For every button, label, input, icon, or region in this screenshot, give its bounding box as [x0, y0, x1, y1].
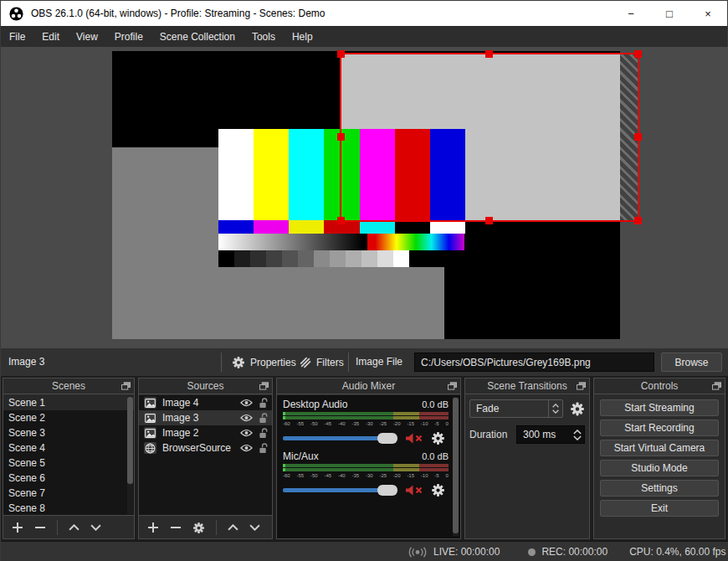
unlock-icon[interactable] — [259, 428, 268, 439]
audio-mixer-header: Audio Mixer — [277, 378, 460, 394]
selection-handle[interactable] — [337, 133, 345, 141]
start-streaming-button[interactable]: Start Streaming — [600, 399, 719, 416]
transition-select[interactable]: Fade — [469, 399, 563, 418]
duration-spinner[interactable] — [571, 430, 584, 440]
meter-tick-label: -50 — [310, 420, 318, 427]
channel-name: Desktop Audio — [283, 399, 347, 410]
meter-scale: -60-55-50-45-40-35-30-25-20-15-10-50 — [283, 472, 449, 479]
source-properties-button[interactable] — [192, 522, 205, 534]
scene-list-item[interactable]: Scene 5 — [3, 455, 134, 471]
filters-button[interactable]: Filters — [299, 352, 344, 373]
duration-spinbox[interactable]: 300 ms — [516, 425, 585, 444]
unlock-icon[interactable] — [259, 413, 268, 424]
scenes-panel-header: Scenes — [3, 378, 134, 394]
sources-panel: Sources Image 4 Image 3 — [138, 378, 273, 539]
scene-list-item[interactable]: Scene 1 — [3, 395, 134, 410]
menu-profile[interactable]: Profile — [106, 26, 151, 47]
source-list-item[interactable]: BrowserSource — [139, 440, 272, 455]
eye-icon[interactable] — [240, 429, 253, 437]
source-move-down-button[interactable] — [249, 524, 260, 531]
menu-scene-collection[interactable]: Scene Collection — [151, 26, 244, 47]
meter-tick-label: -30 — [366, 472, 373, 479]
menu-edit[interactable]: Edit — [33, 26, 68, 47]
scene-list-item[interactable]: Scene 2 — [3, 410, 134, 425]
studio-mode-button[interactable]: Studio Mode — [600, 460, 719, 476]
mute-button-speaker-muted-icon[interactable] — [405, 432, 423, 445]
start-recording-button[interactable]: Start Recording — [600, 419, 719, 436]
mixer-scrollbar[interactable] — [453, 397, 459, 536]
source-list-item[interactable]: Image 2 — [139, 425, 272, 440]
smpte-gradient-row — [218, 234, 465, 250]
scene-list-item[interactable]: Scene 3 — [3, 425, 134, 440]
scene-list-item[interactable]: Scene 8 — [3, 501, 134, 516]
remove-source-button[interactable] — [170, 522, 182, 533]
volume-slider-handle[interactable] — [377, 433, 397, 444]
scene-move-up-button[interactable] — [69, 524, 79, 531]
menu-help[interactable]: Help — [284, 26, 321, 47]
selection-handle[interactable] — [634, 217, 642, 224]
eye-icon[interactable] — [240, 414, 253, 422]
menu-file[interactable]: File — [1, 26, 33, 47]
transition-selected-value: Fade — [470, 403, 548, 414]
volume-slider[interactable] — [283, 436, 397, 440]
cpu-fps-status: CPU: 0.4%, 60.00 fps — [629, 546, 725, 558]
scrollbar-thumb[interactable] — [453, 398, 459, 533]
image-icon — [145, 399, 156, 408]
chevron-down-icon — [249, 524, 260, 531]
source-move-up-button[interactable] — [228, 524, 238, 531]
volume-meter — [283, 464, 449, 471]
eye-icon[interactable] — [240, 444, 253, 452]
combo-spinner[interactable] — [548, 400, 562, 417]
scene-list-item[interactable]: Scene 4 — [3, 440, 134, 455]
transition-settings-gear-icon[interactable] — [570, 401, 585, 417]
selection-handle[interactable] — [634, 50, 642, 58]
volume-slider-handle[interactable] — [377, 485, 397, 496]
source-list-item[interactable]: Image 3 — [139, 410, 272, 425]
add-source-button[interactable] — [147, 522, 159, 533]
start-virtual-camera-button[interactable]: Start Virtual Camera — [600, 440, 719, 456]
unlock-icon[interactable] — [259, 398, 268, 409]
selection-rectangle[interactable] — [340, 53, 639, 222]
dock-float-icon — [259, 382, 269, 390]
globe-icon — [145, 443, 156, 454]
meter-tick-label: -5 — [434, 472, 438, 479]
minimize-button[interactable]: − — [612, 1, 650, 26]
selection-handle[interactable] — [337, 217, 345, 224]
plus-icon — [147, 522, 159, 533]
scene-list-item[interactable]: Scene 7 — [3, 486, 134, 501]
mute-button-speaker-muted-icon[interactable] — [405, 484, 423, 497]
selection-handle[interactable] — [337, 50, 345, 58]
scene-list-item[interactable]: Scene 6 — [3, 471, 134, 486]
maximize-button[interactable]: □ — [650, 1, 689, 26]
selection-handle[interactable] — [485, 217, 493, 224]
menu-view[interactable]: View — [68, 26, 106, 47]
properties-button[interactable]: Properties — [232, 352, 296, 373]
volume-slider[interactable] — [283, 488, 397, 492]
audio-mixer-body: Desktop Audio 0.0 dB -60-55-50-45-40-35-… — [277, 395, 460, 538]
channel-settings-gear-icon[interactable] — [431, 431, 445, 445]
settings-button[interactable]: Settings — [600, 480, 719, 497]
title-bar: OBS 26.1.0 (64-bit, windows) - Profile: … — [1, 1, 727, 26]
chevron-down-icon — [90, 524, 101, 531]
meter-tick-label: -20 — [393, 420, 401, 427]
toolbar-separator — [57, 520, 58, 535]
channel-settings-gear-icon[interactable] — [431, 483, 445, 497]
meter-tick-label: -40 — [338, 420, 346, 427]
image-file-input[interactable] — [414, 353, 654, 372]
scenes-scrollbar[interactable] — [127, 396, 133, 514]
meter-tick-label: -5 — [434, 420, 438, 427]
scene-move-down-button[interactable] — [90, 524, 101, 531]
close-button[interactable]: × — [689, 1, 727, 26]
menu-tools[interactable]: Tools — [244, 26, 284, 47]
toolbar-separator — [348, 353, 349, 372]
browse-button[interactable]: Browse — [661, 353, 722, 372]
selection-handle[interactable] — [634, 133, 642, 141]
add-scene-button[interactable] — [12, 522, 23, 533]
source-list-item[interactable]: Image 4 — [139, 395, 272, 410]
exit-button[interactable]: Exit — [600, 500, 719, 517]
selection-handle[interactable] — [485, 50, 493, 58]
scrollbar-thumb[interactable] — [127, 397, 133, 484]
eye-icon[interactable] — [240, 399, 253, 407]
unlock-icon[interactable] — [259, 443, 268, 454]
remove-scene-button[interactable] — [34, 522, 46, 533]
